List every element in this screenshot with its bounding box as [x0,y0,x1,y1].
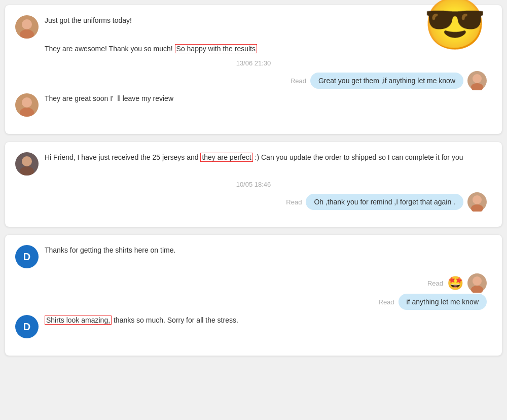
svg-point-11 [471,286,483,293]
svg-point-8 [473,195,482,204]
reply-row: Read Great you get them ,if anything let… [15,71,487,90]
reply-row: Read if anything let me know [15,294,487,310]
conversation-card-3: D Thanks for getting the shirts here on … [5,235,502,356]
message-content: Hi Friend, I have just received the 25 j… [45,152,492,163]
read-label: Read [286,198,302,206]
svg-point-2 [473,74,482,83]
reply-avatar [467,192,487,212]
message-text: Just got the uniforms today! [45,16,132,24]
reply-row-emoji: Read 🤩 [15,273,487,293]
message-text: Shirts look amazing, thanks so much. Sor… [45,316,238,325]
reply-avatar [467,273,487,293]
svg-point-0 [22,19,32,29]
svg-point-7 [20,166,34,176]
avatar [15,93,39,117]
conversation-card-2: Hi Friend, I have just received the 25 j… [5,142,502,227]
message-row: Hi Friend, I have just received the 25 j… [15,152,492,176]
message-text: They are great soon I' ll leave my revie… [45,94,173,102]
reply-bubble: Oh ,thank you for remind ,I forget that … [306,194,463,210]
decorative-emoji: 😎 [423,0,487,49]
svg-point-9 [471,204,483,212]
svg-point-6 [22,156,32,166]
message-content: Shirts look amazing, thanks so much. Sor… [45,315,492,326]
message-content: They are great soon I' ll leave my revie… [45,93,492,104]
avatar-letter: D [15,315,39,338]
highlighted-text: Shirts look amazing, [45,316,112,325]
emoji-icon: 🤩 [447,275,463,291]
timestamp: 10/05 18:46 [15,181,492,188]
read-label: Read [379,298,394,306]
message-row: D Thanks for getting the shirts here on … [15,245,492,268]
message-text: They are awesome! Thank you so much! So … [45,44,257,53]
reply-bubble: if anything let me know [399,294,487,310]
reply-bubble: Great you get them ,if anything let me k… [310,73,463,89]
read-label: Read [427,279,443,287]
message-row: Just got the uniforms today! [15,15,492,39]
svg-point-10 [473,276,482,286]
svg-point-4 [22,97,32,108]
message-text: Hi Friend, I have just received the 25 j… [45,153,463,162]
avatar [15,15,39,39]
avatar-letter: D [15,245,39,268]
timestamp: 13/06 21:30 [15,59,492,67]
svg-point-3 [471,83,483,90]
reply-row: Read Oh ,thank you for remind ,I forget … [15,192,487,212]
message-row: They are great soon I' ll leave my revie… [15,93,492,117]
avatar [15,152,39,176]
svg-point-1 [20,29,34,39]
message-row: D Shirts look amazing, thanks so much. S… [15,315,492,338]
svg-point-5 [20,108,34,117]
message-content: Thanks for getting the shirts here on ti… [45,245,492,256]
conversation-card-1: 😎 Just got the uniforms today! They are … [5,5,502,134]
read-label: Read [291,77,306,85]
message-text: Thanks for getting the shirts here on ti… [45,246,175,254]
highlighted-text: they are perfect [200,153,252,162]
reply-avatar [467,71,487,90]
highlighted-text: So happy with the results [175,44,257,53]
